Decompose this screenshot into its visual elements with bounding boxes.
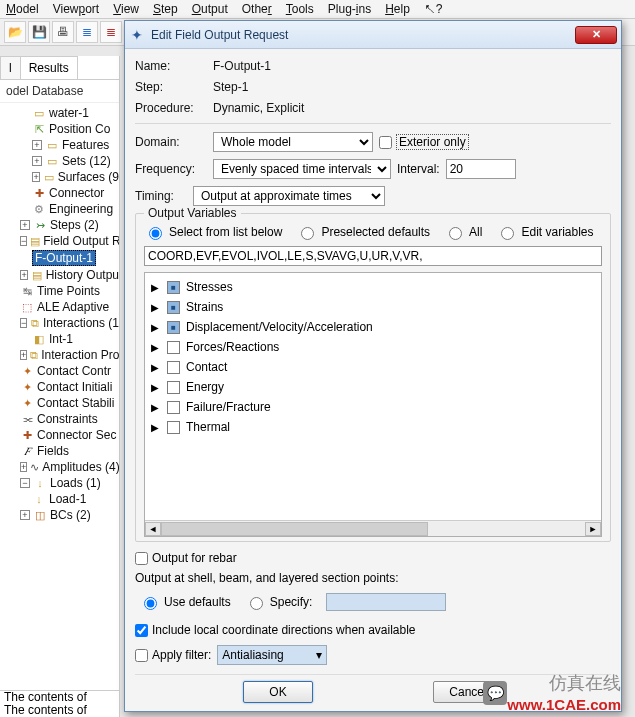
variable-checkbox[interactable] (167, 321, 180, 334)
variable-checkbox[interactable] (167, 421, 180, 434)
ok-button[interactable]: OK (243, 681, 313, 703)
close-button[interactable]: ✕ (575, 26, 617, 44)
menu-other[interactable]: Other (242, 2, 272, 16)
domain-select[interactable]: Whole model (213, 132, 373, 152)
expand-icon[interactable]: ▶ (151, 362, 161, 373)
tree-item-amplitudes[interactable]: +∿Amplitudes (4) (4, 459, 119, 475)
variable-row[interactable]: ▶Stresses (151, 277, 595, 297)
tree-item-sets[interactable]: +▭Sets (12) (4, 153, 119, 169)
include-local-label: Include local coordinate directions when… (152, 623, 416, 637)
dialog-icon: ✦ (129, 27, 145, 43)
filter-select[interactable]: Antialiasing▾ (217, 645, 327, 665)
tree-item-fields[interactable]: 𝐹Fields (4, 443, 119, 459)
output-for-rebar-checkbox[interactable] (135, 552, 148, 565)
menu-step[interactable]: Step (153, 2, 178, 16)
tree-item-connector-sec[interactable]: ✚Connector Sec (4, 427, 119, 443)
dialog-titlebar[interactable]: ✦ Edit Field Output Request ✕ (125, 21, 621, 49)
open-icon[interactable]: 📂 (4, 21, 26, 43)
tree-item-ale[interactable]: ⬚ALE Adaptive (4, 299, 119, 315)
variable-row[interactable]: ▶Thermal (151, 417, 595, 437)
save-icon[interactable]: 💾 (28, 21, 50, 43)
expand-icon[interactable]: ▶ (151, 382, 161, 393)
radio-specify[interactable] (250, 597, 263, 610)
tree-item-contact-init[interactable]: ✦Contact Initiali (4, 379, 119, 395)
tree-item-steps[interactable]: +↣Steps (2) (4, 217, 119, 233)
menu-plugins[interactable]: Plug-ins (328, 2, 371, 16)
dialog-title: Edit Field Output Request (151, 28, 575, 42)
menu-help[interactable]: Help (385, 2, 410, 16)
exterior-only-checkbox[interactable] (379, 136, 392, 149)
variable-row[interactable]: ▶Displacement/Velocity/Acceleration (151, 317, 595, 337)
domain-label: Domain: (135, 135, 207, 149)
radio-select-from-list[interactable] (149, 227, 162, 240)
expand-icon[interactable]: ▶ (151, 342, 161, 353)
tree-item-contact-controls[interactable]: ✦Contact Contr (4, 363, 119, 379)
expand-icon[interactable]: ▶ (151, 322, 161, 333)
tree-item-connector[interactable]: ✚Connector (4, 185, 119, 201)
variable-checkbox[interactable] (167, 281, 180, 294)
expand-icon[interactable]: ▶ (151, 282, 161, 293)
tree-item-engineering[interactable]: ⚙Engineering (4, 201, 119, 217)
menu-tools[interactable]: Tools (286, 2, 314, 16)
menu-model[interactable]: Model (6, 2, 39, 16)
tree-item-f-output-1[interactable]: F-Output-1 (4, 249, 119, 267)
menu-viewport[interactable]: Viewport (53, 2, 100, 16)
tree-item-contact-stab[interactable]: ✦Contact Stabili (4, 395, 119, 411)
scroll-right-icon[interactable]: ► (585, 522, 601, 536)
variable-checkbox[interactable] (167, 341, 180, 354)
db-blue-icon[interactable]: ≣ (76, 21, 98, 43)
tree-item-bcs[interactable]: +◫BCs (2) (4, 507, 119, 523)
variable-row[interactable]: ▶Energy (151, 377, 595, 397)
tree-item-position[interactable]: ⇱Position Co (4, 121, 119, 137)
timing-label: Timing: (135, 189, 187, 203)
menubar: Model Viewport View Step Output Other To… (0, 0, 635, 19)
interval-field[interactable] (446, 159, 516, 179)
tree-item-load1[interactable]: ↓Load-1 (4, 491, 119, 507)
tree-item-water[interactable]: ▭water-1 (4, 105, 119, 121)
tab-model[interactable]: l (0, 56, 21, 79)
apply-filter-checkbox[interactable] (135, 649, 148, 662)
variables-list[interactable]: ▶Stresses▶Strains▶Displacement/Velocity/… (144, 272, 602, 537)
horizontal-scrollbar[interactable]: ◄ ► (145, 520, 601, 536)
variable-label: Failure/Fracture (186, 400, 271, 414)
tree-item-interaction-pro[interactable]: +⧉Interaction Pro (4, 347, 119, 363)
variable-checkbox[interactable] (167, 301, 180, 314)
specify-field[interactable] (326, 593, 446, 611)
timing-select[interactable]: Output at approximate times (193, 186, 385, 206)
tree-item-history[interactable]: +▤History Outpu (4, 267, 119, 283)
model-tree[interactable]: ▭water-1 ⇱Position Co +▭Features +▭Sets … (0, 103, 119, 525)
radio-preselected[interactable] (301, 227, 314, 240)
tree-item-surfaces[interactable]: +▭Surfaces (9 (4, 169, 119, 185)
tree-item-timepoints[interactable]: ↹Time Points (4, 283, 119, 299)
tree-item-int1[interactable]: ◧Int-1 (4, 331, 119, 347)
radio-all[interactable] (449, 227, 462, 240)
tree-item-constraints[interactable]: ⫘Constraints (4, 411, 119, 427)
tree-item-interactions[interactable]: −⧉Interactions (1 (4, 315, 119, 331)
variable-checkbox[interactable] (167, 381, 180, 394)
include-local-checkbox[interactable] (135, 624, 148, 637)
tree-item-features[interactable]: +▭Features (4, 137, 119, 153)
radio-edit-variables[interactable] (501, 227, 514, 240)
variable-row[interactable]: ▶Failure/Fracture (151, 397, 595, 417)
tab-results[interactable]: Results (20, 56, 78, 79)
menu-view[interactable]: View (113, 2, 139, 16)
frequency-select[interactable]: Evenly spaced time intervals (213, 159, 391, 179)
tree-item-loads[interactable]: −↓Loads (1) (4, 475, 119, 491)
tree-item-field-output[interactable]: −▤Field Output R (4, 233, 119, 249)
watermark-cn: 仿真在线 (549, 671, 621, 695)
radio-use-defaults[interactable] (144, 597, 157, 610)
db-red-icon[interactable]: ≣ (100, 21, 122, 43)
print-icon[interactable]: 🖶 (52, 21, 74, 43)
variable-row[interactable]: ▶Forces/Reactions (151, 337, 595, 357)
variable-row[interactable]: ▶Contact (151, 357, 595, 377)
variable-checkbox[interactable] (167, 401, 180, 414)
scroll-left-icon[interactable]: ◄ (145, 522, 161, 536)
variable-checkbox[interactable] (167, 361, 180, 374)
variable-row[interactable]: ▶Strains (151, 297, 595, 317)
expand-icon[interactable]: ▶ (151, 422, 161, 433)
expand-icon[interactable]: ▶ (151, 302, 161, 313)
variables-field[interactable] (144, 246, 602, 266)
menu-output[interactable]: Output (192, 2, 228, 16)
output-variables-group: Output Variables Select from list below … (135, 213, 611, 542)
expand-icon[interactable]: ▶ (151, 402, 161, 413)
